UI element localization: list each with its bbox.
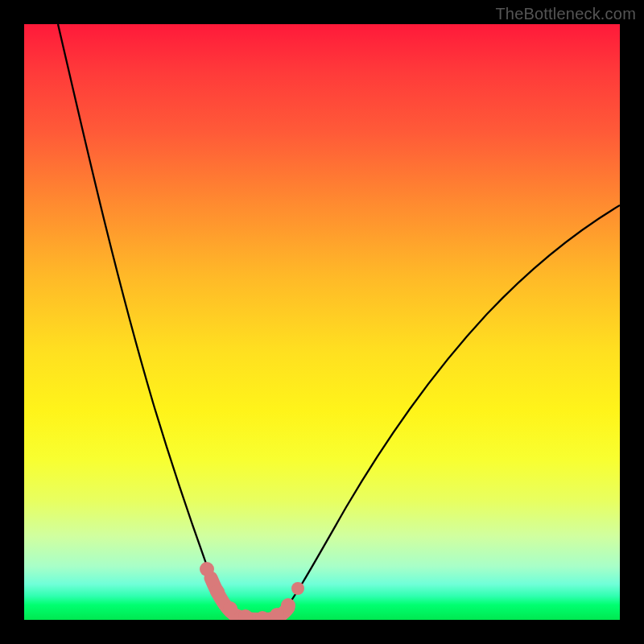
svg-point-1 [210, 584, 225, 599]
svg-point-0 [200, 562, 214, 576]
svg-point-4 [255, 611, 270, 620]
watermark-text: TheBottleneck.com [495, 5, 636, 23]
svg-point-2 [223, 601, 237, 616]
curve-right [282, 205, 620, 613]
curve-left [58, 24, 230, 613]
highlight-dots [200, 562, 304, 620]
svg-point-7 [291, 582, 304, 595]
bottleneck-chart [24, 24, 620, 620]
svg-point-6 [281, 598, 295, 613]
